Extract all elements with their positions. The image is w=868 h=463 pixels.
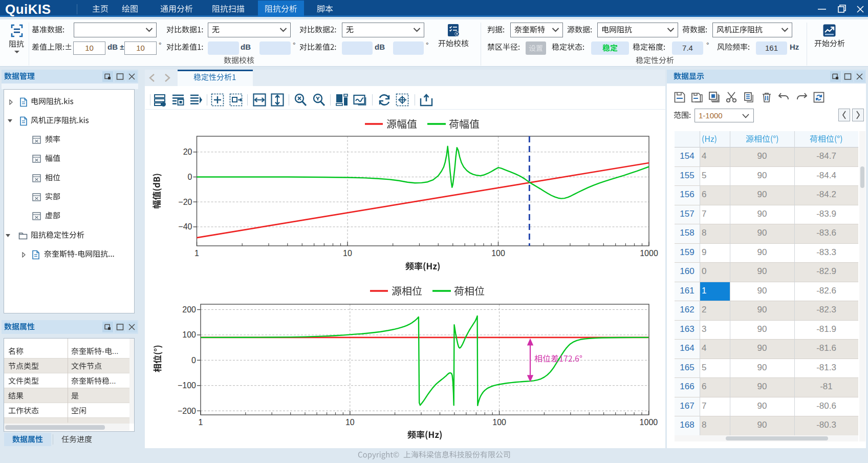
svg-text:20: 20 xyxy=(183,148,192,156)
svg-text:100: 100 xyxy=(182,330,196,339)
svg-text:1: 1 xyxy=(199,418,203,427)
svg-text:200: 200 xyxy=(182,305,196,314)
svg-text:1000: 1000 xyxy=(640,418,658,427)
svg-text:100: 100 xyxy=(492,418,506,427)
svg-text:10: 10 xyxy=(343,249,352,258)
svg-text:−200: −200 xyxy=(178,407,196,415)
svg-text:1000: 1000 xyxy=(640,249,658,258)
svg-text:−40: −40 xyxy=(178,222,192,231)
svg-text:0: 0 xyxy=(188,173,192,181)
svg-text:−100: −100 xyxy=(178,381,196,390)
svg-text:1: 1 xyxy=(194,249,199,258)
svg-text:0: 0 xyxy=(191,356,196,365)
svg-text:10: 10 xyxy=(345,418,355,427)
svg-text:−20: −20 xyxy=(178,198,192,206)
svg-text:100: 100 xyxy=(491,249,505,258)
